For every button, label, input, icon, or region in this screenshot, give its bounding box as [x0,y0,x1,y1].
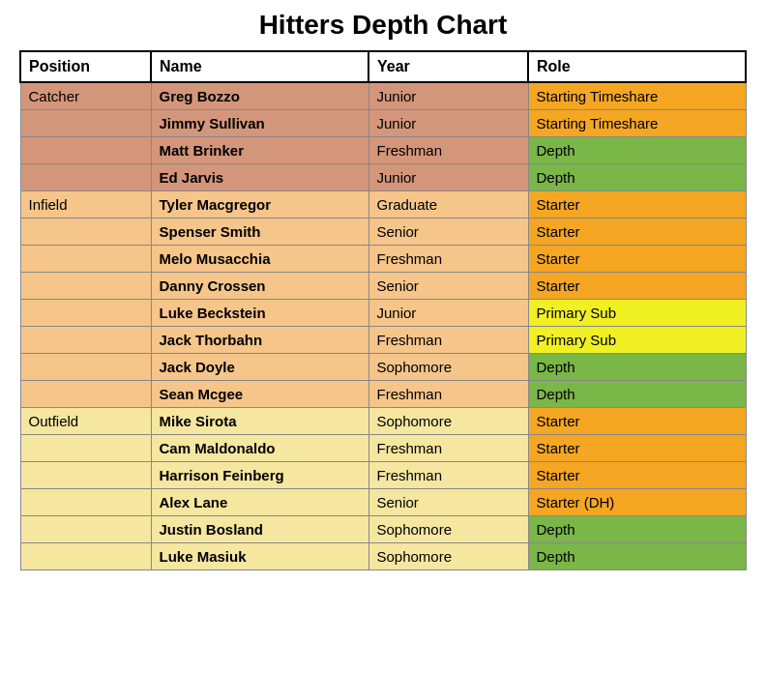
position-cell [20,435,151,462]
player-role: Starting Timeshare [528,110,746,137]
table-row: Sean McgeeFreshmanDepth [20,381,746,408]
player-name: Luke Beckstein [151,300,368,327]
player-name: Greg Bozzo [151,82,368,110]
depth-chart-table: Position Name Year Role CatcherGreg Bozz… [19,50,747,570]
player-year: Freshman [368,137,528,164]
table-row: Matt BrinkerFreshmanDepth [20,137,746,164]
player-name: Justin Bosland [151,516,368,543]
player-name: Jimmy Sullivan [151,110,368,137]
table-row: InfieldTyler MacgregorGraduateStarter [20,191,746,219]
position-cell [20,462,151,489]
player-name: Sean Mcgee [151,381,368,408]
position-cell: Outfield [20,408,151,435]
player-year: Sophomore [368,543,528,570]
player-name: Alex Lane [151,489,368,516]
table-row: Harrison FeinbergFreshmanStarter [20,462,746,489]
player-role: Depth [528,137,746,164]
position-cell [20,516,151,543]
table-row: Justin BoslandSophomoreDepth [20,516,746,543]
table-row: OutfieldMike SirotaSophomoreStarter [20,408,746,435]
player-role: Primary Sub [528,300,746,327]
player-role: Primary Sub [528,327,746,354]
player-role: Starter [528,408,746,435]
player-name: Matt Brinker [151,137,368,164]
player-year: Junior [368,110,528,137]
table-row: Spenser SmithSeniorStarter [20,219,746,246]
position-cell [20,110,151,137]
player-name: Jack Thorbahn [151,327,368,354]
player-name: Cam Maldonaldo [151,435,368,462]
header-position: Position [20,51,151,82]
position-cell [20,543,151,570]
player-year: Freshman [368,327,528,354]
player-name: Spenser Smith [151,219,368,246]
player-year: Junior [368,82,528,110]
player-role: Depth [528,516,746,543]
player-year: Graduate [368,191,528,219]
player-role: Starter [528,273,746,300]
table-row: Luke MasiukSophomoreDepth [20,543,746,570]
player-role: Starter [528,435,746,462]
position-cell [20,354,151,381]
player-role: Starter (DH) [528,489,746,516]
player-year: Sophomore [368,516,528,543]
position-cell [20,300,151,327]
position-cell: Catcher [20,82,151,110]
player-name: Luke Masiuk [151,543,368,570]
player-year: Senior [368,273,528,300]
player-name: Tyler Macgregor [151,191,368,219]
player-name: Jack Doyle [151,354,368,381]
position-cell [20,273,151,300]
player-year: Freshman [368,435,528,462]
player-role: Starter [528,246,746,273]
player-year: Freshman [368,381,528,408]
position-cell [20,219,151,246]
player-year: Junior [368,300,528,327]
player-role: Starting Timeshare [528,82,746,110]
player-year: Senior [368,219,528,246]
table-row: Danny CrossenSeniorStarter [20,273,746,300]
player-year: Senior [368,489,528,516]
player-year: Junior [368,164,528,191]
table-row: Jack DoyleSophomoreDepth [20,354,746,381]
player-role: Depth [528,164,746,191]
position-cell [20,327,151,354]
player-role: Depth [528,381,746,408]
position-cell [20,137,151,164]
header-role: Role [528,51,746,82]
position-cell [20,246,151,273]
player-year: Sophomore [368,408,528,435]
player-role: Depth [528,354,746,381]
table-row: Cam MaldonaldoFreshmanStarter [20,435,746,462]
page-title: Hitters Depth Chart [19,10,747,41]
table-row: Jack ThorbahnFreshmanPrimary Sub [20,327,746,354]
player-name: Ed Jarvis [151,164,368,191]
player-name: Harrison Feinberg [151,462,368,489]
player-role: Starter [528,462,746,489]
player-year: Freshman [368,246,528,273]
player-role: Starter [528,191,746,219]
table-header-row: Position Name Year Role [20,51,746,82]
table-row: Luke BecksteinJuniorPrimary Sub [20,300,746,327]
header-year: Year [368,51,528,82]
table-row: Ed JarvisJuniorDepth [20,164,746,191]
position-cell: Infield [20,191,151,219]
player-year: Sophomore [368,354,528,381]
position-cell [20,489,151,516]
player-year: Freshman [368,462,528,489]
player-role: Depth [528,543,746,570]
player-role: Starter [528,219,746,246]
player-name: Mike Sirota [151,408,368,435]
table-row: CatcherGreg BozzoJuniorStarting Timeshar… [20,82,746,110]
table-row: Alex LaneSeniorStarter (DH) [20,489,746,516]
position-cell [20,381,151,408]
header-name: Name [151,51,368,82]
table-row: Melo MusacchiaFreshmanStarter [20,246,746,273]
player-name: Melo Musacchia [151,246,368,273]
position-cell [20,164,151,191]
table-row: Jimmy SullivanJuniorStarting Timeshare [20,110,746,137]
player-name: Danny Crossen [151,273,368,300]
